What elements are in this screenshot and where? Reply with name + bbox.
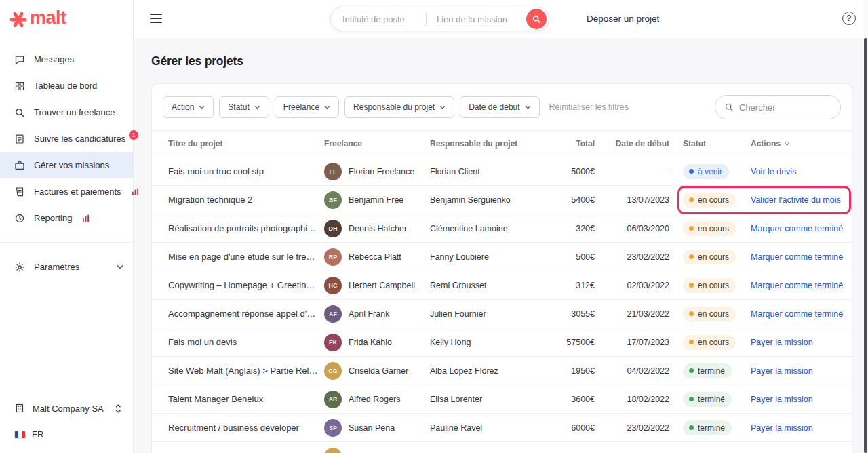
row-action-link[interactable]: Valider l'activité du mois [751,195,841,205]
avatar: CG [324,362,342,380]
avatar: BF [324,191,342,209]
table-row: Fais moi un truc cool stpFFFlorian Freel… [152,157,852,186]
row-action-link[interactable]: Payer la mission [751,338,813,347]
reset-filters-button[interactable]: Réinitialiser les filtres [549,102,629,112]
sidebar-item-trouver-un-freelance[interactable]: Trouver un freelance [0,99,133,125]
status-badge: en cours [683,221,736,236]
malt-logo-icon [9,10,28,29]
filter-responsable-du-projet[interactable]: Responsable du projet [344,96,454,118]
start-date: 18/02/2022 [608,395,683,404]
sidebar-item-gerer-vos-missions[interactable]: Gérer vos missions [0,152,133,178]
status-badge: terminé [683,363,732,378]
row-action-link[interactable]: Payer la mission [751,366,813,376]
filter-freelance[interactable]: Freelance [275,96,339,118]
freelance-name: April Frank [349,309,389,319]
chevron-down-icon [254,105,260,109]
total-amount: 500€ [547,252,608,262]
row-action-link[interactable]: Payer la mission [751,395,813,404]
table-row: Site Web Malt (Anglais) > Partie Relec..… [152,357,852,385]
help-icon[interactable]: ? [842,12,856,25]
sidebar-item-reporting[interactable]: Reporting [0,205,133,231]
job-title-input[interactable] [331,14,426,24]
column-header-actions: Actions [751,139,835,149]
project-title: Réalisation de portraits photographiq... [168,223,324,233]
language-selector[interactable]: FR [0,422,133,448]
freelance-name: Susan Pena [349,423,395,433]
total-amount: 5000€ [547,167,608,176]
mission-location-input[interactable] [427,14,526,24]
freelance-cell: ARAlfred Rogers [324,391,430,408]
avatar [324,448,342,453]
total-amount: 6000€ [547,423,608,433]
table-search-input[interactable] [739,102,840,113]
filter-label: Responsable du projet [353,102,435,112]
sidebar-item-label: Trouver un freelance [34,107,115,117]
total-amount: 3600€ [547,395,608,404]
chevron-down-icon [525,105,531,109]
sidebar-item-parametres[interactable]: Paramètres [0,254,133,280]
dashboard-icon [14,81,25,92]
bar-chart-mini-icon [82,214,90,222]
sidebar-item-label: Paramètres [34,262,79,272]
search-submit-button[interactable] [526,9,547,29]
status-cell: terminé [683,392,751,407]
sidebar-item-tableau-de-bord[interactable]: Tableau de bord [0,73,133,99]
total-amount: 5400€ [547,195,608,205]
status-cell: en cours [683,193,751,208]
submit-project-link[interactable]: Déposer un projet [587,14,659,24]
start-date: 04/02/2022 [608,366,683,376]
actions-cell: Voir le devis [751,167,835,176]
actions-cell: Marquer comme terminé [751,309,843,319]
project-manager: Clémentine Lamoine [430,224,547,233]
menu-icon[interactable] [150,14,162,23]
project-manager: Pauline Ravel [430,423,547,433]
filter-icon[interactable] [784,141,790,146]
total-amount: 320€ [547,224,608,233]
chat-icon [14,54,25,65]
status-badge: terminé [683,420,732,435]
page-scrollbar[interactable] [863,0,868,453]
row-action-link[interactable]: Marquer comme terminé [751,224,843,233]
start-date: 13/07/2023 [608,195,683,205]
page-title: Gérer les projets [151,54,852,68]
start-date: 02/03/2022 [608,281,683,290]
project-manager: Kelly Hong [430,338,547,347]
sidebar-item-messages[interactable]: Messages [0,46,133,73]
scrollbar-thumb[interactable] [864,38,867,453]
start-date: – [608,167,683,176]
status-badge: terminé [683,392,732,407]
project-title: Accompagnement réponse appel d'o... [168,309,324,319]
project-title: Copywriting – Homepage + Greeting ... [168,280,324,290]
sidebar-item-factures-et-paiements[interactable]: Factures et paiements [0,178,133,205]
project-manager: Remi Grousset [430,281,547,290]
filter-action[interactable]: Action [163,96,214,118]
status-badge: en cours [683,278,736,293]
row-action-link[interactable]: Marquer comme terminé [751,252,843,262]
filter-buttons: ActionStatutFreelanceResponsable du proj… [163,96,540,118]
filter-statut[interactable]: Statut [219,96,269,118]
gear-icon [14,262,25,273]
company-selector[interactable]: Malt Company SA [0,395,133,422]
column-header-freelance: Freelance [324,139,430,149]
status-badge: en cours [683,193,736,208]
project-title: Site Web Malt (Anglais) > Partie Relec..… [168,366,324,376]
row-action-link[interactable]: Marquer comme terminé [751,309,843,319]
search-icon [532,14,541,24]
start-date: 23/02/2022 [608,423,683,433]
notification-badge: 1 [129,130,138,140]
global-search-bar [330,7,549,31]
column-header-statut: Statut [683,139,751,149]
malt-logo[interactable]: malt [0,0,133,30]
malt-logo-text: malt [30,9,66,30]
status-cell: terminé [683,420,751,435]
sidebar-menu: MessagesTableau de bordTrouver un freela… [0,46,133,231]
actions-cell: Payer la mission [751,338,835,347]
filter-date-de-debut[interactable]: Date de début [460,96,539,118]
row-action-link[interactable]: Marquer comme terminé [751,281,843,290]
row-action-link[interactable]: Voir le devis [751,167,796,176]
freelance-name: Rebecca Platt [349,252,401,262]
sidebar-item-suivre-les-candidatures[interactable]: Suivre les candidatures1 [0,125,133,152]
row-action-link[interactable]: Payer la mission [751,423,813,433]
actions-cell: Marquer comme terminé [751,224,843,233]
column-header-date-de-debut: Date de début [608,139,683,149]
